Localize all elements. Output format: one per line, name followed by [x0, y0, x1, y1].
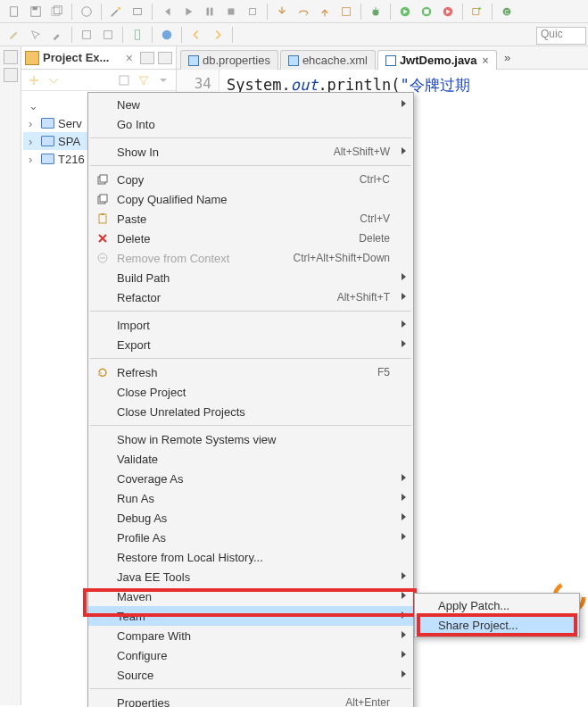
- menu-delete[interactable]: DeleteDelete: [88, 229, 413, 248]
- save-all-icon[interactable]: [48, 3, 66, 21]
- run-ext-icon[interactable]: [439, 3, 457, 21]
- step-return-icon[interactable]: [316, 3, 334, 21]
- menu-properties[interactable]: Properties Alt+Enter: [88, 693, 413, 707]
- close-tab-icon[interactable]: ×: [483, 54, 489, 67]
- tab-jwtdemo-java[interactable]: JwtDemo.java ×: [377, 50, 497, 70]
- open-type-icon[interactable]: [78, 26, 95, 44]
- svg-rect-30: [100, 195, 107, 202]
- back-icon[interactable]: [187, 26, 205, 44]
- tab-label: JwtDemo.java: [400, 54, 477, 67]
- menu-go-into[interactable]: Go Into: [88, 114, 413, 134]
- menu-copy[interactable]: CopyCtrl+C: [88, 170, 413, 189]
- maximize-icon[interactable]: [158, 52, 172, 64]
- more-tabs-icon[interactable]: »: [499, 51, 517, 64]
- editor-tabs: db.properties ehcache.xml JwtDemo.java ×…: [177, 46, 588, 70]
- menu-coverage-as[interactable]: Coverage As: [88, 469, 413, 488]
- svg-rect-0: [11, 6, 18, 16]
- submenu-share-project[interactable]: Share Project...: [415, 615, 579, 635]
- new-pkg-icon[interactable]: [468, 3, 486, 21]
- menu-close-unrelated[interactable]: Close Unrelated Projects: [88, 402, 413, 421]
- folder-icon: [41, 154, 54, 164]
- menu-show-in[interactable]: Show In Alt+Shift+W: [88, 142, 413, 162]
- coverage-icon[interactable]: [418, 3, 435, 21]
- menu-build-path[interactable]: Build Path: [88, 268, 413, 287]
- svg-rect-28: [100, 175, 107, 182]
- wizard-icon[interactable]: [107, 3, 125, 21]
- view-menu-icon[interactable]: [156, 73, 170, 87]
- focus-icon[interactable]: [117, 73, 131, 87]
- team-submenu: Apply Patch... Share Project...: [414, 593, 580, 637]
- menu-refactor[interactable]: Refactor Alt+Shift+T: [88, 287, 413, 307]
- tab-label: ehcache.xml: [302, 54, 368, 67]
- menu-export[interactable]: Export: [88, 335, 413, 354]
- menu-validate[interactable]: Validate: [88, 449, 413, 469]
- svg-text:C: C: [504, 8, 509, 14]
- minimize-icon[interactable]: [140, 52, 154, 64]
- link-editor-icon[interactable]: [46, 73, 61, 87]
- menu-maven[interactable]: Maven: [88, 586, 413, 606]
- drop-frame-icon[interactable]: [337, 3, 355, 21]
- open-task-icon[interactable]: [99, 26, 117, 44]
- new-class-icon[interactable]: C: [498, 3, 516, 21]
- terminate-icon[interactable]: [244, 3, 261, 21]
- toggle-mark-icon[interactable]: [128, 26, 146, 44]
- menu-copy-qualified[interactable]: Copy Qualified Name: [88, 189, 413, 209]
- play-icon[interactable]: [179, 3, 197, 21]
- wand-icon[interactable]: [5, 26, 23, 44]
- quick-access-field[interactable]: Quic: [536, 27, 586, 45]
- skip-back-icon[interactable]: [158, 3, 176, 21]
- bug-icon[interactable]: [367, 3, 385, 21]
- menu-compare-with[interactable]: Compare With: [88, 626, 413, 645]
- menu-javaee-tools[interactable]: Java EE Tools: [88, 567, 413, 586]
- line-number: 34: [177, 75, 211, 92]
- menu-close-project[interactable]: Close Project: [88, 382, 413, 402]
- paste-icon: [94, 212, 112, 225]
- menu-import[interactable]: Import: [88, 315, 413, 335]
- chevron-right-icon[interactable]: ›: [29, 153, 41, 166]
- svg-rect-12: [343, 7, 351, 15]
- save-icon[interactable]: [27, 3, 45, 21]
- tab-db-properties[interactable]: db.properties: [180, 50, 278, 70]
- brush-icon[interactable]: [48, 26, 66, 44]
- stop-icon[interactable]: [222, 3, 240, 21]
- select-icon[interactable]: [27, 26, 45, 44]
- menu-show-remote[interactable]: Show in Remote Systems view: [88, 429, 413, 449]
- svg-rect-2: [33, 6, 37, 10]
- tab-ehcache-xml[interactable]: ehcache.xml: [280, 50, 376, 70]
- menu-configure[interactable]: Configure: [88, 645, 413, 665]
- new-icon[interactable]: [5, 3, 23, 21]
- menu-paste[interactable]: PasteCtrl+V: [88, 209, 413, 229]
- chevron-right-icon[interactable]: ›: [29, 117, 41, 130]
- tree-item-label: T216: [58, 153, 85, 166]
- forward-icon[interactable]: [209, 26, 227, 44]
- main-toolbar-row-1: C: [0, 0, 588, 23]
- menu-refresh[interactable]: RefreshF5: [88, 362, 413, 382]
- package-icon[interactable]: [128, 3, 146, 21]
- menu-debug-as[interactable]: Debug As: [88, 508, 413, 528]
- svg-rect-8: [207, 7, 210, 15]
- svg-point-5: [82, 6, 92, 16]
- filter-icon[interactable]: [137, 73, 151, 87]
- run-green-icon[interactable]: [396, 3, 414, 21]
- submenu-apply-patch[interactable]: Apply Patch...: [415, 595, 579, 615]
- menu-profile-as[interactable]: Profile As: [88, 528, 413, 547]
- copy-icon: [94, 193, 112, 205]
- globe2-icon[interactable]: [158, 26, 176, 44]
- step-into-icon[interactable]: [273, 3, 291, 21]
- menu-team[interactable]: Team: [88, 606, 413, 626]
- project-explorer-tab[interactable]: Project Ex... ×: [21, 46, 176, 70]
- svg-point-24: [162, 29, 172, 39]
- menu-restore-history[interactable]: Restore from Local History...: [88, 547, 413, 567]
- globe-icon[interactable]: [78, 3, 95, 21]
- pause-icon[interactable]: [201, 3, 219, 21]
- menu-new[interactable]: New: [88, 95, 413, 114]
- step-over-icon[interactable]: [294, 3, 312, 21]
- menu-run-as[interactable]: Run As: [88, 488, 413, 508]
- main-toolbar-row-2: Quic: [0, 23, 588, 46]
- menu-source[interactable]: Source: [88, 665, 413, 685]
- close-icon[interactable]: ×: [122, 51, 137, 65]
- chevron-down-icon[interactable]: ⌄: [29, 99, 41, 112]
- collapse-all-icon[interactable]: [27, 73, 41, 87]
- svg-rect-25: [120, 76, 128, 85]
- chevron-right-icon[interactable]: ›: [29, 135, 41, 148]
